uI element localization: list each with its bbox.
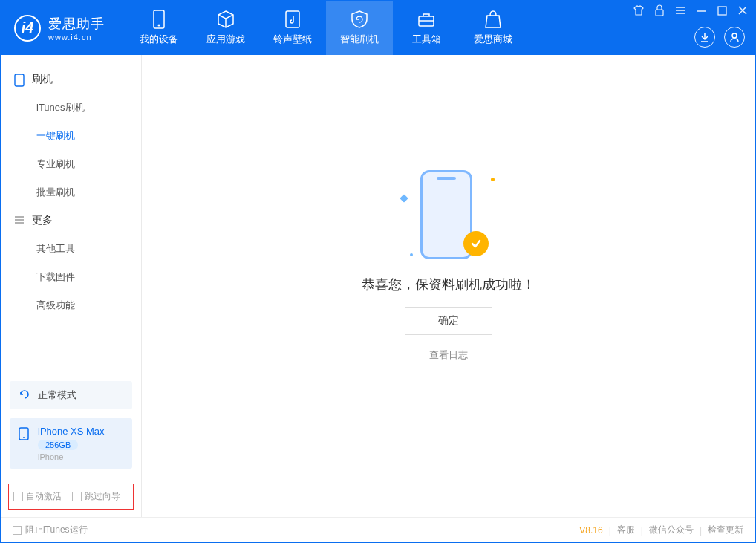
maximize-icon[interactable] bbox=[715, 4, 729, 17]
check-skip-guide[interactable]: 跳过向导 bbox=[72, 490, 120, 503]
update-link[interactable]: 检查更新 bbox=[708, 524, 743, 536]
app-window: i4 爱思助手 www.i4.cn 我的设备 应用游戏 铃声壁纸 智能刷机 bbox=[0, 0, 756, 543]
lock-icon[interactable] bbox=[653, 4, 666, 17]
checkbox-row: 自动激活 跳过向导 bbox=[8, 484, 134, 510]
wechat-link[interactable]: 微信公众号 bbox=[649, 524, 694, 536]
cube-icon bbox=[216, 10, 235, 29]
svg-point-1 bbox=[158, 25, 160, 27]
brand-url: www.i4.cn bbox=[48, 33, 105, 42]
tab-store[interactable]: 爱思商城 bbox=[460, 1, 527, 55]
device-name: iPhone XS Max bbox=[38, 426, 105, 437]
device-mode-label: 正常模式 bbox=[38, 388, 76, 402]
phone-small-icon bbox=[19, 427, 32, 440]
window-controls bbox=[632, 4, 749, 17]
sidebar-item-advanced[interactable]: 高级功能 bbox=[1, 291, 141, 319]
toolbox-icon bbox=[417, 10, 436, 29]
sidebar-item-oneclick[interactable]: 一键刷机 bbox=[1, 122, 141, 150]
support-link[interactable]: 客服 bbox=[617, 524, 635, 536]
version-label: V8.16 bbox=[579, 525, 602, 536]
checkbox-icon bbox=[13, 492, 23, 501]
list-icon bbox=[14, 215, 26, 227]
view-log-link[interactable]: 查看日志 bbox=[429, 348, 468, 362]
section-flash: 刷机 bbox=[1, 65, 141, 94]
checkbox-icon bbox=[13, 526, 22, 535]
check-block-itunes[interactable]: 阻止iTunes运行 bbox=[13, 524, 88, 536]
brand: i4 爱思助手 www.i4.cn bbox=[1, 1, 118, 55]
tab-apps[interactable]: 应用游戏 bbox=[192, 1, 259, 55]
sidebar-item-firmware[interactable]: 下载固件 bbox=[1, 263, 141, 291]
body: 刷机 iTunes刷机 一键刷机 专业刷机 批量刷机 更多 其他工具 下载固件 … bbox=[1, 55, 755, 517]
bag-icon bbox=[483, 10, 503, 29]
svg-rect-4 bbox=[656, 10, 663, 16]
sidebar-item-pro[interactable]: 专业刷机 bbox=[1, 150, 141, 178]
close-icon[interactable] bbox=[736, 4, 749, 17]
user-icon[interactable] bbox=[724, 27, 745, 48]
success-illustration bbox=[404, 166, 493, 262]
sidebar: 刷机 iTunes刷机 一键刷机 专业刷机 批量刷机 更多 其他工具 下载固件 … bbox=[1, 55, 142, 517]
device-icon bbox=[14, 74, 26, 85]
tab-ringtones[interactable]: 铃声壁纸 bbox=[259, 1, 326, 55]
svg-point-6 bbox=[732, 33, 737, 38]
svg-rect-5 bbox=[718, 7, 726, 15]
shield-refresh-icon bbox=[350, 10, 369, 29]
svg-rect-2 bbox=[286, 11, 299, 27]
main-tabs: 我的设备 应用游戏 铃声壁纸 智能刷机 工具箱 爱思商城 bbox=[126, 1, 527, 55]
success-message: 恭喜您，保资料刷机成功啦！ bbox=[362, 276, 535, 293]
tab-device[interactable]: 我的设备 bbox=[126, 1, 192, 55]
footer: 阻止iTunes运行 V8.16 | 客服 | 微信公众号 | 检查更新 bbox=[1, 517, 755, 542]
checkbox-icon bbox=[72, 492, 82, 501]
check-auto-activate[interactable]: 自动激活 bbox=[13, 490, 62, 503]
svg-point-9 bbox=[23, 437, 25, 438]
device-type: iPhone bbox=[38, 452, 105, 461]
sidebar-item-batch[interactable]: 批量刷机 bbox=[1, 178, 141, 207]
phone-icon bbox=[149, 10, 169, 29]
titlebar: i4 爱思助手 www.i4.cn 我的设备 应用游戏 铃声壁纸 智能刷机 bbox=[1, 1, 755, 55]
svg-rect-7 bbox=[15, 74, 24, 86]
quick-icons bbox=[694, 27, 745, 48]
tshirt-icon[interactable] bbox=[632, 4, 645, 17]
music-file-icon bbox=[283, 10, 302, 29]
section-more: 更多 bbox=[1, 207, 141, 235]
refresh-icon bbox=[19, 388, 32, 402]
download-icon[interactable] bbox=[694, 27, 715, 48]
menu-icon[interactable] bbox=[674, 4, 687, 17]
device-info-box[interactable]: iPhone XS Max 256GB iPhone bbox=[10, 418, 132, 469]
tab-tools[interactable]: 工具箱 bbox=[393, 1, 460, 55]
minimize-icon[interactable] bbox=[694, 4, 708, 17]
sidebar-item-other[interactable]: 其他工具 bbox=[1, 235, 141, 263]
device-capacity: 256GB bbox=[38, 440, 78, 450]
logo-icon: i4 bbox=[14, 15, 41, 42]
brand-name: 爱思助手 bbox=[48, 15, 105, 33]
tab-flash[interactable]: 智能刷机 bbox=[326, 1, 393, 55]
sidebar-item-itunes[interactable]: iTunes刷机 bbox=[1, 94, 141, 122]
check-badge-icon bbox=[463, 231, 489, 256]
main-content: 恭喜您，保资料刷机成功啦！ 确定 查看日志 bbox=[142, 55, 755, 517]
ok-button[interactable]: 确定 bbox=[405, 307, 492, 335]
device-mode-box[interactable]: 正常模式 bbox=[10, 381, 132, 409]
